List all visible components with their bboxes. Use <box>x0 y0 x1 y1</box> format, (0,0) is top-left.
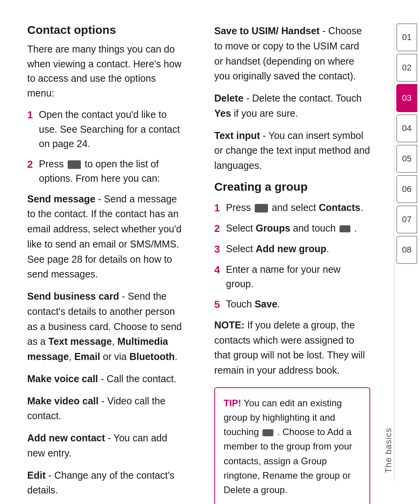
sidebar-tab-02-label: 02 <box>402 63 411 73</box>
sidebar-tab-01[interactable]: 01 <box>396 23 417 51</box>
sidebar-tab-07[interactable]: 07 <box>396 205 417 234</box>
option-term: Make video call <box>27 395 98 406</box>
sidebar-tab-04[interactable]: 04 <box>396 114 417 142</box>
group-step-4-text: Enter a name for your new group. <box>226 262 370 292</box>
group-step-2-num: 2 <box>214 221 222 236</box>
option-video-call: Make video call - Video call the contact… <box>27 393 183 424</box>
left-section-intro: There are many things you can do when vi… <box>27 42 183 100</box>
tip-box: TIP! You can edit an existing group by h… <box>214 387 370 504</box>
step-1-text: Open the contact you'd like to use. See … <box>39 107 183 151</box>
option-term: Delete <box>214 93 243 104</box>
option-add-contact: Add new contact - You can add new entry. <box>27 430 183 461</box>
group-step-1: 1 Press and select Contacts. <box>214 200 370 216</box>
menu-icon <box>68 160 81 169</box>
option-save-usim: Save to USIM/ Handset - Choose to move o… <box>214 23 370 84</box>
group-step-5-num: 5 <box>214 297 222 312</box>
option-term: Send business card <box>27 291 119 302</box>
sidebar-tab-07-label: 07 <box>402 214 411 225</box>
tip-label: TIP! <box>224 398 241 408</box>
step-2: 2 Press to open the list of options. Fro… <box>27 157 183 186</box>
tip-icon <box>262 429 273 436</box>
sidebar: 01 02 03 04 05 06 07 08 <box>394 0 420 504</box>
group-step-4: 4 Enter a name for your new group. <box>214 262 370 292</box>
option-term: Save to USIM/ Handset <box>214 25 320 36</box>
option-term: Make voice call <box>27 373 98 384</box>
creating-group-steps: 1 Press and select Contacts. 2 Select Gr… <box>214 200 370 312</box>
sidebar-tab-08[interactable]: 08 <box>396 236 417 264</box>
step-2-text: Press to open the list of options. From … <box>39 157 183 186</box>
sidebar-tab-06-label: 06 <box>402 184 411 194</box>
sidebar-tab-02[interactable]: 02 <box>396 54 417 82</box>
group-note: NOTE: If you delete a group, the contact… <box>214 318 370 378</box>
option-delete: Delete - Delete the contact. Touch Yes i… <box>214 91 370 121</box>
option-send-message: Send message - Send a message to the con… <box>27 191 183 282</box>
right-column: Save to USIM/ Handset - Choose to move o… <box>210 23 370 504</box>
creating-group-title: Creating a group <box>214 180 370 193</box>
group-step-5: 5 Touch Save. <box>214 297 370 312</box>
option-voice-call: Make voice call - Call the contact. <box>27 371 183 386</box>
option-term: Edit <box>27 470 46 481</box>
sidebar-tab-06[interactable]: 06 <box>396 175 417 203</box>
contacts-icon <box>255 204 268 212</box>
sidebar-tab-05-label: 05 <box>402 154 411 164</box>
group-step-4-num: 4 <box>214 262 222 292</box>
option-send-business-card: Send business card - Send the contact's … <box>27 289 183 364</box>
option-edit: Edit - Change any of the contact's detai… <box>27 468 183 498</box>
option-term: Text input <box>214 130 260 141</box>
option-text-input: Text input - You can insert symbol or ch… <box>214 128 370 173</box>
left-section-title: Contact options <box>27 23 183 37</box>
sidebar-tab-01-label: 01 <box>402 32 411 42</box>
sidebar-tab-08-label: 08 <box>402 245 411 255</box>
vertical-label: The basics <box>383 428 394 473</box>
group-step-3-num: 3 <box>214 242 222 257</box>
left-column: Contact options There are many things yo… <box>27 23 191 504</box>
group-step-1-text: Press and select Contacts. <box>226 200 370 216</box>
sidebar-tab-04-label: 04 <box>402 123 411 133</box>
sidebar-divider <box>394 23 394 481</box>
step-2-num: 2 <box>27 157 35 186</box>
option-term: Add new contact <box>27 432 105 443</box>
steps-list: 1 Open the contact you'd like to use. Se… <box>27 107 183 186</box>
group-step-1-num: 1 <box>214 200 222 216</box>
group-step-5-text: Touch Save. <box>226 297 370 312</box>
sidebar-tab-03[interactable]: 03 <box>396 84 417 112</box>
group-step-3: 3 Select Add new group. <box>214 242 370 257</box>
group-step-2-text: Select Groups and touch . <box>226 221 370 236</box>
sidebar-tab-05[interactable]: 05 <box>396 145 417 173</box>
option-term: Send message <box>27 193 95 204</box>
step-1-num: 1 <box>27 107 35 151</box>
group-step-3-text: Select Add new group. <box>226 242 370 257</box>
touch-icon <box>340 225 350 232</box>
sidebar-tab-03-label: 03 <box>402 93 411 103</box>
step-1: 1 Open the contact you'd like to use. Se… <box>27 107 183 151</box>
group-step-2: 2 Select Groups and touch . <box>214 221 370 236</box>
